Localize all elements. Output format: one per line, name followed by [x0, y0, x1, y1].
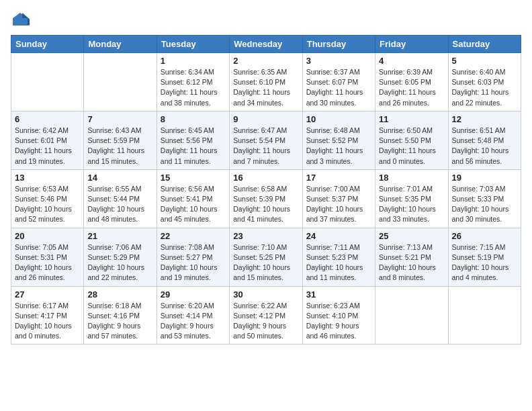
day-info: Sunrise: 6:17 AM Sunset: 4:17 PM Dayligh…	[15, 301, 80, 342]
day-number: 20	[15, 231, 80, 241]
page-header	[11, 11, 521, 30]
day-number: 17	[306, 173, 371, 183]
calendar-table: SundayMondayTuesdayWednesdayThursdayFrid…	[11, 35, 521, 345]
day-number: 31	[306, 289, 371, 300]
calendar-week-row: 13Sunrise: 6:53 AM Sunset: 5:46 PM Dayli…	[11, 169, 521, 228]
day-info: Sunrise: 7:15 AM Sunset: 5:19 PM Dayligh…	[452, 242, 517, 283]
svg-rect-2	[13, 18, 28, 26]
day-info: Sunrise: 7:03 AM Sunset: 5:33 PM Dayligh…	[452, 184, 517, 225]
calendar-cell: 12Sunrise: 6:51 AM Sunset: 5:48 PM Dayli…	[448, 111, 521, 169]
logo-icon	[11, 11, 30, 30]
day-number: 3	[306, 56, 371, 66]
weekday-header: Sunday	[11, 36, 84, 53]
calendar-cell: 11Sunrise: 6:50 AM Sunset: 5:50 PM Dayli…	[375, 111, 448, 169]
day-number: 11	[379, 114, 444, 124]
day-info: Sunrise: 6:51 AM Sunset: 5:48 PM Dayligh…	[452, 126, 517, 167]
day-number: 12	[452, 114, 517, 124]
calendar-cell: 5Sunrise: 6:40 AM Sunset: 6:03 PM Daylig…	[448, 53, 521, 111]
calendar-cell: 31Sunrise: 6:23 AM Sunset: 4:10 PM Dayli…	[302, 286, 375, 345]
day-info: Sunrise: 6:50 AM Sunset: 5:50 PM Dayligh…	[379, 126, 444, 167]
day-info: Sunrise: 6:53 AM Sunset: 5:46 PM Dayligh…	[15, 184, 80, 225]
day-info: Sunrise: 6:18 AM Sunset: 4:16 PM Dayligh…	[87, 301, 152, 342]
day-number: 7	[87, 114, 152, 124]
day-info: Sunrise: 6:56 AM Sunset: 5:41 PM Dayligh…	[161, 184, 226, 225]
calendar-cell: 27Sunrise: 6:17 AM Sunset: 4:17 PM Dayli…	[11, 286, 84, 345]
calendar-cell: 13Sunrise: 6:53 AM Sunset: 5:46 PM Dayli…	[11, 169, 84, 228]
day-info: Sunrise: 6:47 AM Sunset: 5:54 PM Dayligh…	[233, 126, 298, 167]
day-info: Sunrise: 6:58 AM Sunset: 5:39 PM Dayligh…	[233, 184, 298, 225]
day-number: 22	[161, 231, 226, 241]
day-info: Sunrise: 6:40 AM Sunset: 6:03 PM Dayligh…	[452, 67, 517, 108]
weekday-header: Thursday	[302, 36, 375, 53]
day-info: Sunrise: 7:00 AM Sunset: 5:37 PM Dayligh…	[306, 184, 371, 225]
day-number: 18	[379, 173, 444, 183]
calendar-cell: 20Sunrise: 7:05 AM Sunset: 5:31 PM Dayli…	[11, 228, 84, 286]
calendar-cell: 22Sunrise: 7:08 AM Sunset: 5:27 PM Dayli…	[157, 228, 229, 286]
calendar-cell	[448, 286, 521, 345]
calendar-cell: 21Sunrise: 7:06 AM Sunset: 5:29 PM Dayli…	[84, 228, 157, 286]
day-number: 28	[87, 289, 152, 300]
day-number: 25	[379, 231, 444, 241]
day-number: 6	[15, 114, 80, 124]
calendar-week-row: 6Sunrise: 6:42 AM Sunset: 6:01 PM Daylig…	[11, 111, 521, 169]
calendar-cell	[375, 286, 448, 345]
calendar-cell: 23Sunrise: 7:10 AM Sunset: 5:25 PM Dayli…	[230, 228, 302, 286]
calendar-cell: 3Sunrise: 6:37 AM Sunset: 6:07 PM Daylig…	[302, 53, 375, 111]
calendar-cell: 8Sunrise: 6:45 AM Sunset: 5:56 PM Daylig…	[157, 111, 229, 169]
day-info: Sunrise: 6:23 AM Sunset: 4:10 PM Dayligh…	[306, 301, 371, 342]
calendar-cell: 10Sunrise: 6:48 AM Sunset: 5:52 PM Dayli…	[302, 111, 375, 169]
day-number: 30	[233, 289, 298, 300]
calendar-cell: 7Sunrise: 6:43 AM Sunset: 5:59 PM Daylig…	[84, 111, 157, 169]
day-info: Sunrise: 6:34 AM Sunset: 6:12 PM Dayligh…	[161, 67, 226, 108]
day-number: 5	[452, 56, 517, 66]
calendar-cell: 25Sunrise: 7:13 AM Sunset: 5:21 PM Dayli…	[375, 228, 448, 286]
day-number: 13	[15, 173, 80, 183]
day-info: Sunrise: 6:39 AM Sunset: 6:05 PM Dayligh…	[379, 67, 444, 108]
calendar-cell: 15Sunrise: 6:56 AM Sunset: 5:41 PM Dayli…	[157, 169, 229, 228]
day-number: 19	[452, 173, 517, 183]
calendar-cell: 17Sunrise: 7:00 AM Sunset: 5:37 PM Dayli…	[302, 169, 375, 228]
day-number: 4	[379, 56, 444, 66]
weekday-header: Monday	[84, 36, 157, 53]
calendar-cell: 9Sunrise: 6:47 AM Sunset: 5:54 PM Daylig…	[230, 111, 302, 169]
day-info: Sunrise: 6:48 AM Sunset: 5:52 PM Dayligh…	[306, 126, 371, 167]
day-info: Sunrise: 6:42 AM Sunset: 6:01 PM Dayligh…	[15, 126, 80, 167]
weekday-header: Tuesday	[157, 36, 229, 53]
calendar-cell	[11, 53, 84, 111]
calendar-cell: 16Sunrise: 6:58 AM Sunset: 5:39 PM Dayli…	[230, 169, 302, 228]
day-number: 9	[233, 114, 298, 124]
day-info: Sunrise: 6:22 AM Sunset: 4:12 PM Dayligh…	[233, 301, 298, 342]
day-info: Sunrise: 7:08 AM Sunset: 5:27 PM Dayligh…	[161, 242, 226, 283]
day-number: 14	[87, 173, 152, 183]
day-info: Sunrise: 6:37 AM Sunset: 6:07 PM Dayligh…	[306, 67, 371, 108]
calendar-cell: 19Sunrise: 7:03 AM Sunset: 5:33 PM Dayli…	[448, 169, 521, 228]
day-number: 10	[306, 114, 371, 124]
day-number: 2	[233, 56, 298, 66]
day-number: 16	[233, 173, 298, 183]
calendar-cell: 18Sunrise: 7:01 AM Sunset: 5:35 PM Dayli…	[375, 169, 448, 228]
calendar-cell: 26Sunrise: 7:15 AM Sunset: 5:19 PM Dayli…	[448, 228, 521, 286]
day-number: 24	[306, 231, 371, 241]
calendar-week-row: 20Sunrise: 7:05 AM Sunset: 5:31 PM Dayli…	[11, 228, 521, 286]
day-number: 8	[161, 114, 226, 124]
calendar-cell: 1Sunrise: 6:34 AM Sunset: 6:12 PM Daylig…	[157, 53, 229, 111]
weekday-header: Wednesday	[230, 36, 302, 53]
calendar-cell: 4Sunrise: 6:39 AM Sunset: 6:05 PM Daylig…	[375, 53, 448, 111]
calendar-cell: 24Sunrise: 7:11 AM Sunset: 5:23 PM Dayli…	[302, 228, 375, 286]
calendar-week-row: 1Sunrise: 6:34 AM Sunset: 6:12 PM Daylig…	[11, 53, 521, 111]
day-number: 27	[15, 289, 80, 300]
day-info: Sunrise: 6:35 AM Sunset: 6:10 PM Dayligh…	[233, 67, 298, 108]
calendar-cell: 30Sunrise: 6:22 AM Sunset: 4:12 PM Dayli…	[230, 286, 302, 345]
day-info: Sunrise: 7:10 AM Sunset: 5:25 PM Dayligh…	[233, 242, 298, 283]
day-info: Sunrise: 7:11 AM Sunset: 5:23 PM Dayligh…	[306, 242, 371, 283]
day-info: Sunrise: 6:55 AM Sunset: 5:44 PM Dayligh…	[87, 184, 152, 225]
day-number: 15	[161, 173, 226, 183]
page-container: SundayMondayTuesdayWednesdayThursdayFrid…	[0, 0, 532, 351]
day-number: 29	[161, 289, 226, 300]
day-info: Sunrise: 6:20 AM Sunset: 4:14 PM Dayligh…	[161, 301, 226, 342]
calendar-cell: 29Sunrise: 6:20 AM Sunset: 4:14 PM Dayli…	[157, 286, 229, 345]
day-info: Sunrise: 7:06 AM Sunset: 5:29 PM Dayligh…	[87, 242, 152, 283]
calendar-header-row: SundayMondayTuesdayWednesdayThursdayFrid…	[11, 36, 521, 53]
calendar-cell: 2Sunrise: 6:35 AM Sunset: 6:10 PM Daylig…	[230, 53, 302, 111]
day-number: 1	[161, 56, 226, 66]
